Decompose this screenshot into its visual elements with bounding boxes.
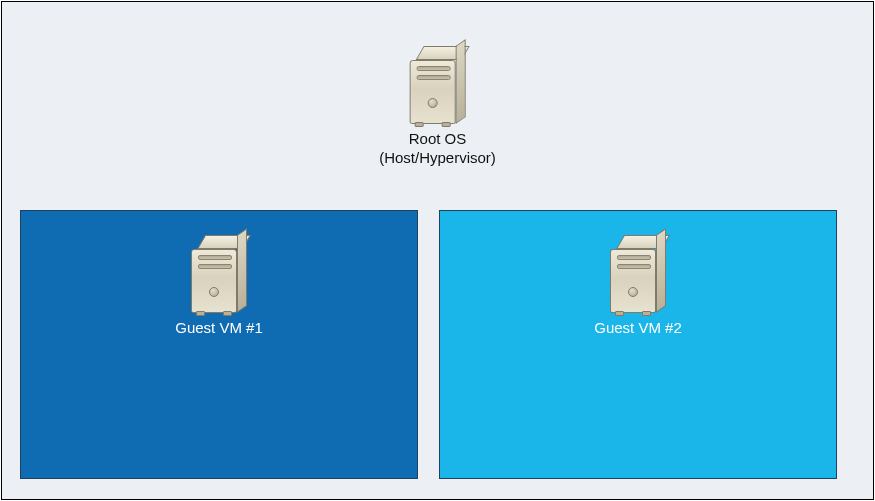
guest-vm-1-panel: Guest VM #1 — [20, 210, 418, 479]
root-os-label: Root OS (Host/Hypervisor) — [379, 130, 496, 168]
server-icon — [410, 46, 466, 124]
root-os-label-line1: Root OS — [409, 130, 467, 147]
server-icon — [191, 235, 247, 313]
root-os-label-line2: (Host/Hypervisor) — [379, 149, 496, 166]
guest-panels: Guest VM #1 Guest VM #2 — [20, 210, 837, 479]
diagram-canvas: Root OS (Host/Hypervisor) Guest VM #1 — [1, 1, 874, 500]
guest-vm-2-label: Guest VM #2 — [594, 319, 682, 336]
guest-vm-1-label: Guest VM #1 — [175, 319, 263, 336]
guest-vm-2-panel: Guest VM #2 — [439, 210, 837, 479]
root-os-node: Root OS (Host/Hypervisor) — [379, 46, 496, 168]
server-icon — [610, 235, 666, 313]
